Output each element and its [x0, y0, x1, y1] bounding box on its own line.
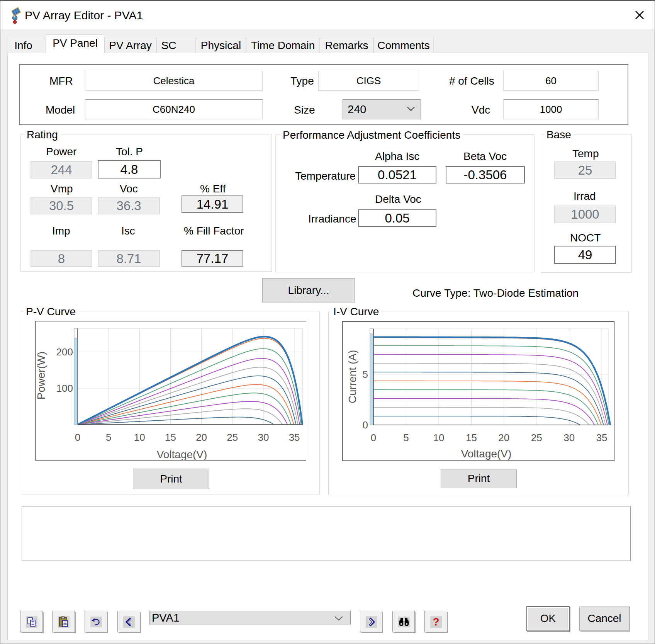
svg-text:20: 20: [498, 432, 509, 443]
svg-text:200: 200: [56, 346, 73, 358]
svg-text:30: 30: [563, 432, 575, 443]
svg-text:Current (A): Current (A): [346, 350, 358, 403]
svg-text:5: 5: [363, 369, 368, 380]
svg-text:20: 20: [196, 432, 207, 443]
svg-text:0: 0: [371, 432, 376, 443]
svg-text:Voltage(V): Voltage(V): [157, 449, 207, 460]
svg-text:25: 25: [531, 432, 542, 443]
svg-text:0: 0: [363, 419, 368, 431]
svg-text:35: 35: [596, 432, 607, 443]
svg-text:35: 35: [289, 432, 300, 443]
svg-text:5: 5: [403, 432, 409, 443]
svg-text:10: 10: [134, 432, 145, 443]
svg-text:25: 25: [227, 432, 238, 443]
svg-text:0: 0: [75, 432, 80, 443]
svg-text:Voltage(V): Voltage(V): [461, 448, 512, 460]
svg-text:15: 15: [165, 432, 176, 443]
svg-text:10: 10: [433, 432, 444, 443]
svg-text:Power(W): Power(W): [35, 352, 47, 399]
svg-text:100: 100: [56, 382, 73, 394]
svg-text:5: 5: [106, 432, 111, 443]
svg-text:15: 15: [466, 432, 477, 443]
svg-text:30: 30: [258, 432, 269, 443]
